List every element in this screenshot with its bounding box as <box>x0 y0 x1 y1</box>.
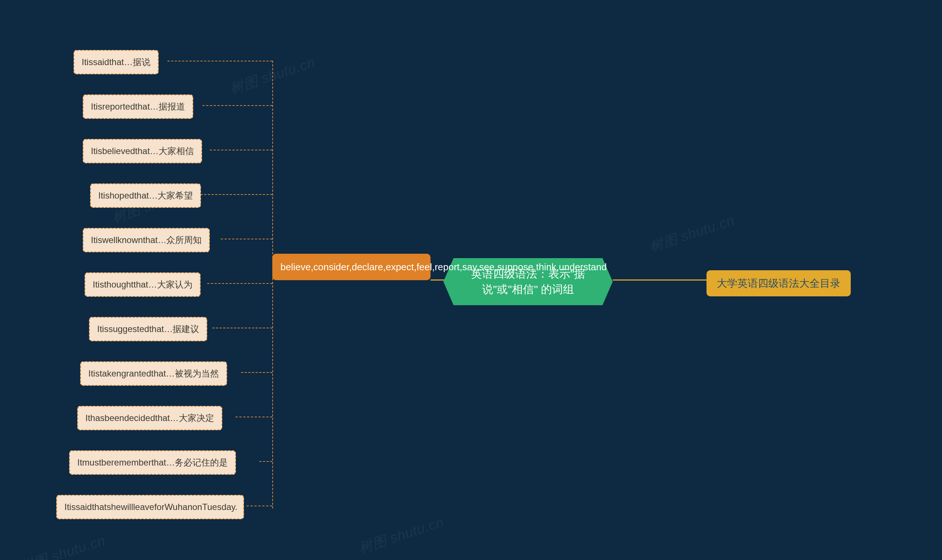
leaf-label: Itistakengrantedthat…被视为当然 <box>88 367 219 380</box>
leaf-node[interactable]: Itmustberememberthat…务必记住的是 <box>69 451 236 475</box>
leaf-label: Ithasbeendecidedthat…大家决定 <box>85 412 214 424</box>
connector <box>236 417 272 417</box>
connector <box>613 280 708 280</box>
leaf-label: Itisreportedthat…据报道 <box>91 100 185 113</box>
leaf-node[interactable]: Itistakengrantedthat…被视为当然 <box>80 362 227 386</box>
leaf-label: Itishopedthat…大家希望 <box>98 189 193 202</box>
leaf-label: Itissaidthat…据说 <box>82 56 151 68</box>
connector-spine <box>272 61 273 509</box>
leaf-node[interactable]: Ithasbeendecidedthat…大家决定 <box>77 406 222 430</box>
right-branch-node[interactable]: 大学英语四级语法大全目录 <box>706 270 851 296</box>
right-branch-label: 大学英语四级语法大全目录 <box>717 276 840 291</box>
watermark: 树图 shutu.cn <box>647 211 737 256</box>
leaf-node[interactable]: Itisreportedthat…据报道 <box>83 94 193 119</box>
watermark: 树图 shutu.cn <box>18 531 108 560</box>
connector <box>241 372 272 373</box>
leaf-node[interactable]: Itisthoughtthat…大家认为 <box>85 272 200 297</box>
mindmap-canvas: 树图 shutu.cn 树图 shutu.cn 树图 shutu.cn 树图 s… <box>0 0 942 560</box>
leaf-node[interactable]: ItissaidthatshewillleaveforWuhanonTuesda… <box>56 495 244 519</box>
leaf-label: Itiswellknownthat…众所周知 <box>91 234 202 246</box>
connector <box>202 105 272 106</box>
left-branch-node[interactable]: believe,consider,declare,expect,feel,rep… <box>272 254 430 280</box>
leaf-node[interactable]: Itisbelievedthat…大家相信 <box>83 139 202 163</box>
connector <box>247 506 272 506</box>
watermark: 树图 shutu.cn <box>356 512 446 558</box>
connector <box>207 283 272 284</box>
left-branch-label: believe,consider,declare,expect,feel,rep… <box>281 260 607 274</box>
leaf-label: Itissuggestedthat…据建议 <box>97 323 199 335</box>
connector <box>430 280 445 280</box>
leaf-node[interactable]: Itissuggestedthat…据建议 <box>89 317 207 341</box>
connector <box>221 238 272 239</box>
leaf-label: Itisbelievedthat…大家相信 <box>91 145 194 157</box>
leaf-node[interactable]: Itishopedthat…大家希望 <box>90 183 201 208</box>
leaf-label: Itmustberememberthat…务必记住的是 <box>77 456 228 469</box>
connector <box>200 194 272 195</box>
leaf-node[interactable]: Itiswellknownthat…众所周知 <box>83 228 210 252</box>
leaf-label: Itisthoughtthat…大家认为 <box>93 278 193 291</box>
leaf-node[interactable]: Itissaidthat…据说 <box>74 50 159 74</box>
connector <box>167 61 272 62</box>
connector <box>259 461 272 462</box>
connector <box>212 328 272 328</box>
connector <box>210 150 272 151</box>
leaf-label: ItissaidthatshewillleaveforWuhanonTuesda… <box>65 501 237 513</box>
